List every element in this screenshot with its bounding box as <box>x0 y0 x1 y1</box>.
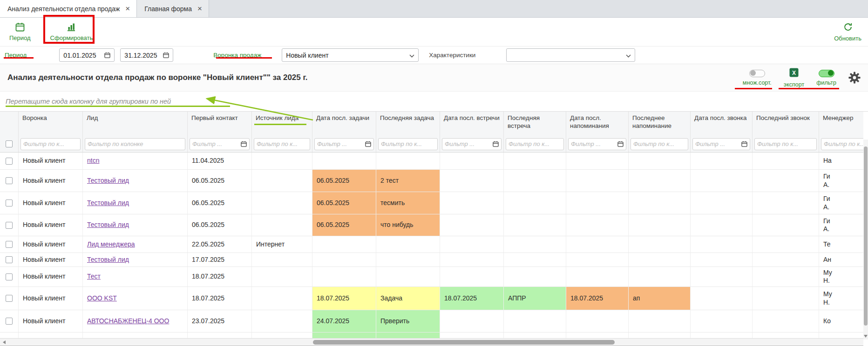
filter-input-last-task-date[interactable] <box>314 138 374 150</box>
period-button[interactable]: Период <box>9 22 31 41</box>
horizontal-scrollbar[interactable] <box>0 338 863 346</box>
generate-button[interactable]: Сформировать <box>50 22 93 41</box>
column-header-manager[interactable]: Менеджер <box>819 112 863 136</box>
filter-input[interactable] <box>88 140 183 147</box>
calendar-icon[interactable] <box>365 141 371 147</box>
date-from-input[interactable]: 01.01.2025 <box>59 48 115 62</box>
filter-input-lead-source[interactable] <box>254 138 310 150</box>
cell-last-reminder-date <box>566 153 629 169</box>
date-to-input[interactable]: 31.12.2025 <box>120 48 173 62</box>
filter-input[interactable] <box>23 140 78 147</box>
calendar-icon[interactable] <box>617 141 624 147</box>
tab-inactive[interactable]: Главная форма× <box>137 0 209 17</box>
row-checkbox[interactable] <box>6 177 13 184</box>
filter-input[interactable] <box>695 140 740 147</box>
row-checkbox[interactable] <box>6 241 13 248</box>
funnel-select[interactable]: Новый клиент <box>282 48 419 62</box>
gear-icon[interactable] <box>848 72 861 84</box>
filter-input[interactable] <box>381 140 435 147</box>
filter-input-lead[interactable] <box>85 138 185 150</box>
row-checkbox[interactable] <box>6 158 13 165</box>
excel-export-icon[interactable]: X <box>789 68 799 79</box>
filter-input[interactable] <box>757 140 814 147</box>
calendar-icon[interactable] <box>163 52 169 58</box>
horizontal-scroll-thumb[interactable] <box>313 340 615 345</box>
lead-link[interactable]: Тестовый лид <box>87 177 129 185</box>
filter-input-first-contact[interactable] <box>190 138 250 150</box>
tab-close-icon[interactable]: × <box>125 5 130 13</box>
filter-input-last-meeting[interactable] <box>506 138 564 150</box>
multisort-toggle[interactable] <box>749 70 765 77</box>
row-checkbox[interactable] <box>6 200 13 206</box>
cell-last-task: Прверить <box>376 310 440 332</box>
cell-last-task: тесмить <box>376 192 440 214</box>
filter-input-last-meeting-date[interactable] <box>442 138 502 150</box>
filter-input-last-task[interactable] <box>378 138 438 150</box>
cell-last-task-date <box>312 267 376 286</box>
table-row: Новый клиентntcn11.04.2025На <box>0 153 863 170</box>
filter-input-funnel[interactable] <box>20 138 81 150</box>
column-header-last-task[interactable]: Последняя задача <box>376 112 440 136</box>
filter-input[interactable] <box>317 140 364 147</box>
calendar-icon[interactable] <box>104 52 110 58</box>
column-header-last-call[interactable]: Последний звонок <box>753 112 819 136</box>
column-header-last-reminder-date[interactable]: Дата посл. напоминания <box>566 112 629 136</box>
table-row: Новый клиентООО KST18.07.202518.07.2025З… <box>0 287 863 310</box>
row-checkbox[interactable] <box>6 256 13 263</box>
lead-link[interactable]: ntcn <box>87 157 99 165</box>
filter-toggle[interactable] <box>819 70 834 77</box>
filter-input[interactable] <box>571 140 616 147</box>
column-header-lead-source[interactable]: Источник лида <box>252 112 312 136</box>
lead-link[interactable]: Тестовый лид <box>87 199 129 207</box>
tab-active[interactable]: Анализ деятельности отдела продаж× <box>0 0 137 17</box>
column-header-lead[interactable]: Лид <box>83 112 188 136</box>
filter-input[interactable] <box>192 140 239 147</box>
lead-link[interactable]: Тестовый лид <box>87 256 129 264</box>
scroll-left-arrow-icon[interactable] <box>3 340 6 344</box>
row-checkbox[interactable] <box>6 295 13 302</box>
grouping-drop-zone[interactable]: Перетащите сюда колонку для группировки … <box>0 91 868 112</box>
refresh-button[interactable]: Обновить <box>834 22 861 42</box>
row-checkbox[interactable] <box>6 222 13 229</box>
filter-input[interactable] <box>824 140 863 147</box>
filter-input[interactable] <box>445 140 491 147</box>
column-header-last-meeting-date[interactable]: Дата посл. встречи <box>440 112 504 136</box>
lead-link[interactable]: АВТОСНАБЖЕНЕЦ-4 ООО <box>87 317 169 326</box>
tab-close-icon[interactable]: × <box>197 5 202 13</box>
calendar-icon[interactable] <box>493 141 499 147</box>
characteristics-select[interactable] <box>506 48 635 62</box>
select-all-checkbox[interactable] <box>6 140 13 147</box>
table-row: Новый клиентЛид менеджера22.05.2025Интер… <box>0 236 863 253</box>
toggle-knob <box>828 70 834 76</box>
lead-link[interactable]: ООО KST <box>87 294 117 303</box>
filter-input-manager[interactable] <box>821 138 863 150</box>
row-checkbox[interactable] <box>6 273 13 280</box>
column-header-last-reminder[interactable]: Последнее напоминание <box>629 112 691 136</box>
filter-input[interactable] <box>633 140 685 147</box>
column-filter-cell-last-meeting <box>504 136 566 152</box>
calendar-icon[interactable] <box>241 141 247 147</box>
cell-last-meeting <box>504 310 566 332</box>
vertical-scroll-thumb[interactable] <box>864 146 868 326</box>
filter-input-last-reminder-date[interactable] <box>568 138 626 150</box>
cell-lead: АВТОСНАБЖЕНЕЦ-4 ООО <box>83 310 188 332</box>
column-header-last-meeting[interactable]: Последняя встреча <box>504 112 566 136</box>
column-header-funnel[interactable]: Воронка <box>19 112 83 136</box>
filter-input-last-call-date[interactable] <box>692 138 750 150</box>
column-header-last-task-date[interactable]: Дата посл. задачи <box>312 112 376 136</box>
calendar-icon[interactable] <box>741 141 747 147</box>
filter-input-last-call[interactable] <box>754 138 817 150</box>
lead-link[interactable]: Тестовый лид <box>87 221 129 229</box>
multisort-control: множ.сорт. <box>743 70 772 86</box>
column-header-first-contact[interactable]: Первый контакт <box>188 112 252 136</box>
lead-link[interactable]: Тест <box>87 273 101 281</box>
lead-link[interactable]: Лид менеджера <box>87 240 135 249</box>
row-checkbox[interactable] <box>6 318 13 325</box>
cell-first-contact: 06.05.2025 <box>188 192 252 214</box>
scroll-down-arrow-icon[interactable] <box>864 335 868 338</box>
vertical-scrollbar[interactable] <box>863 140 868 339</box>
column-header-last-call-date[interactable]: Дата посл. звонка <box>691 112 753 136</box>
filter-input[interactable] <box>509 140 561 147</box>
filter-input[interactable] <box>257 140 307 147</box>
filter-input-last-reminder[interactable] <box>631 138 688 150</box>
